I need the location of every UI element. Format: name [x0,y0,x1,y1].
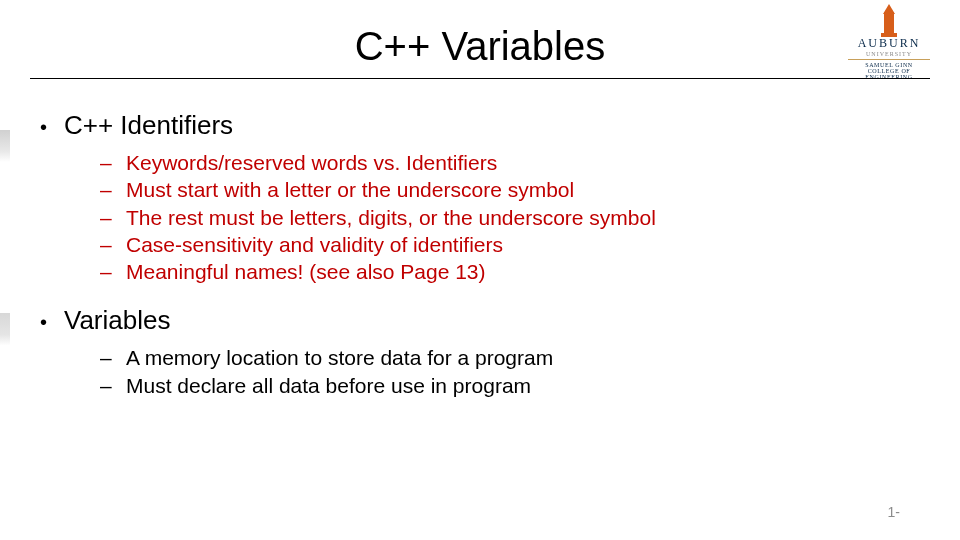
title-underline [30,78,930,79]
list-item: –Must start with a letter or the undersc… [100,176,840,203]
bullet-dot-icon: • [40,311,64,334]
variables-sublist: –A memory location to store data for a p… [100,344,840,399]
bullet-identifiers-text: C++ Identifiers [64,110,233,140]
bullet-variables-text: Variables [64,305,170,335]
bullet-identifiers: •C++ Identifiers [40,110,840,149]
page-number: 1- [888,504,900,520]
dash-icon: – [100,344,126,371]
slide-title: C++ Variables [0,24,960,77]
slide: AUBURN UNIVERSITY SAMUEL GINN COLLEGE OF… [0,0,960,540]
dash-icon: – [100,149,126,176]
list-item-text: Meaningful names! (see also Page 13) [126,260,486,283]
list-item: –A memory location to store data for a p… [100,344,840,371]
list-item: –Must declare all data before use in pro… [100,372,840,399]
dash-icon: – [100,258,126,285]
dash-icon: – [100,231,126,258]
bullet-dot-icon: • [40,116,64,139]
list-item: –Meaningful names! (see also Page 13) [100,258,840,285]
list-item-text: Keywords/reserved words vs. Identifiers [126,151,497,174]
bullet-variables: •Variables [40,305,840,344]
list-item: –The rest must be letters, digits, or th… [100,204,840,231]
list-item-text: Must declare all data before use in prog… [126,374,531,397]
identifiers-sublist: –Keywords/reserved words vs. Identifiers… [100,149,840,285]
slide-content: •C++ Identifiers –Keywords/reserved word… [40,110,840,419]
list-item-text: Must start with a letter or the undersco… [126,178,574,201]
dash-icon: – [100,372,126,399]
dash-icon: – [100,204,126,231]
list-item-text: The rest must be letters, digits, or the… [126,206,656,229]
list-item-text: A memory location to store data for a pr… [126,346,553,369]
dash-icon: – [100,176,126,203]
list-item-text: Case-sensitivity and validity of identif… [126,233,503,256]
list-item: –Keywords/reserved words vs. Identifiers [100,149,840,176]
list-item: –Case-sensitivity and validity of identi… [100,231,840,258]
